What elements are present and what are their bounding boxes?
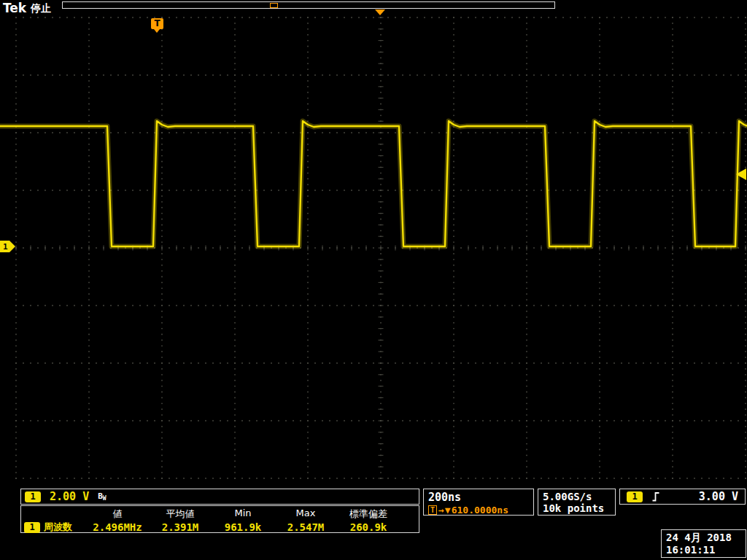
date: 24 4月 2018 [666, 532, 741, 544]
measurement-mean: 2.391M [149, 521, 212, 533]
trigger-source-badge: 1 [627, 491, 643, 502]
measurement-header-max: Max [274, 508, 337, 521]
svg-text:1: 1 [3, 242, 8, 252]
measurement-stddev: 260.9k [337, 521, 400, 533]
timebase-readout: 200ns T → ▼ 610.0000ns [423, 489, 534, 516]
measurement-min: 961.9k [212, 521, 274, 533]
trigger-readout: 1 3.00 V [619, 489, 746, 505]
measurement-header-row: 値 平均値 Min Max 標準偏差 [21, 508, 419, 521]
trigger-point-flag: T [151, 18, 163, 29]
record-view-bar [62, 1, 555, 9]
datetime-readout: 24 4月 2018 16:01:11 [661, 529, 746, 558]
measurement-value: 2.496MHz [86, 521, 149, 533]
waveform-display: 1 T [0, 16, 747, 489]
measurement-row-frequency: 1周波数 2.496MHz 2.391M 961.9k 2.547M 260.9… [21, 521, 419, 534]
expansion-point-icon [375, 9, 385, 15]
time: 16:01:11 [666, 544, 741, 556]
triangle-down-icon: ▼ [445, 505, 451, 516]
arrow-right-icon: → [438, 505, 444, 516]
measurement-max: 2.547M [274, 521, 337, 533]
bandwidth-w-sub: W [103, 495, 107, 502]
acquisition-status: 停止 [31, 2, 51, 15]
measurement-header-stddev: 標準偏差 [337, 508, 400, 521]
trigger-delay: T → ▼ 610.0000ns [428, 505, 529, 516]
record-length: 10k points [543, 502, 611, 514]
record-trigger-marker [270, 3, 278, 8]
acquisition-readout: 5.00GS/s 10k points [538, 489, 616, 516]
sample-rate: 5.00GS/s [543, 491, 611, 502]
measurement-header-mean: 平均値 [149, 508, 212, 521]
measurement-header-value: 値 [86, 508, 149, 521]
channel1-readout: 1 2.00 V BW [20, 489, 419, 505]
channel1-ground-marker: 1 [0, 241, 15, 252]
rising-edge-icon [651, 491, 660, 502]
measurement-name: 周波数 [44, 521, 72, 534]
oscilloscope-screen: Tek 停止 1 T 1 2.00 V BW 値 平均値 Min Max 標準偏… [0, 0, 747, 560]
channel1-badge: 1 [25, 491, 41, 502]
measurement-header-spacer [21, 508, 86, 521]
measurement-source-badge: 1 [24, 522, 40, 533]
trigger-t-icon: T [428, 505, 437, 515]
measurement-header-min: Min [212, 508, 274, 521]
channel1-scale: 2.00 V [50, 490, 89, 503]
measurement-label: 1周波数 [21, 521, 86, 534]
trigger-level: 3.00 V [699, 490, 738, 503]
measurement-table: 値 平均値 Min Max 標準偏差 1周波数 2.496MHz 2.391M … [20, 505, 419, 533]
bandwidth-limit-indicator: BW [98, 491, 106, 502]
trigger-delay-value: 610.0000ns [452, 505, 508, 516]
bandwidth-b: B [98, 491, 103, 501]
tek-logo: Tek [3, 1, 26, 15]
graticule-and-trace: 1 [0, 16, 747, 489]
timebase-scale: 200ns [428, 491, 529, 504]
